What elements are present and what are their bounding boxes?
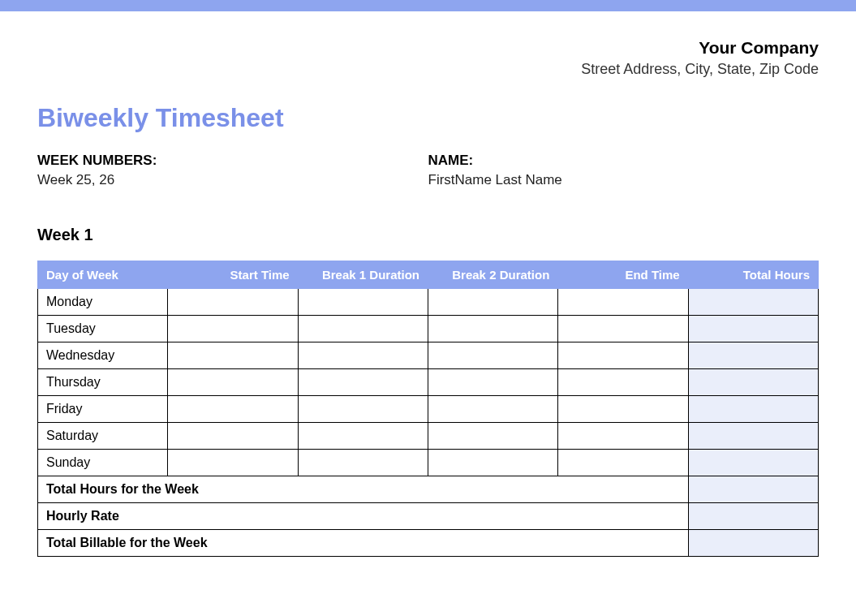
- cell-break2: [428, 449, 557, 476]
- company-address: Street Address, City, State, Zip Code: [37, 59, 819, 80]
- summary-total-hours-row: Total Hours for the Week: [38, 476, 819, 502]
- cell-day: Saturday: [38, 422, 168, 449]
- cell-day: Friday: [38, 395, 168, 422]
- week-heading: Week 1: [37, 226, 819, 244]
- cell-total: [688, 315, 818, 342]
- cell-day: Tuesday: [38, 315, 168, 342]
- header-break2: Break 2 Duration: [428, 261, 557, 288]
- cell-start: [168, 368, 298, 395]
- cell-break1: [298, 315, 428, 342]
- meta-row: WEEK NUMBERS: Week 25, 26 NAME: FirstNam…: [37, 153, 819, 188]
- company-block: Your Company Street Address, City, State…: [37, 36, 819, 80]
- header-total: Total Hours: [688, 261, 818, 288]
- name-value: FirstName Last Name: [428, 172, 819, 188]
- cell-end: [558, 288, 688, 315]
- cell-end: [558, 342, 688, 368]
- cell-break2: [428, 342, 557, 368]
- name-label: NAME:: [428, 153, 819, 169]
- summary-hourly-rate-row: Hourly Rate: [38, 502, 819, 529]
- cell-break2: [428, 395, 557, 422]
- cell-break1: [298, 368, 428, 395]
- summary-total-hours-label: Total Hours for the Week: [38, 476, 689, 502]
- table-row: Monday: [38, 288, 819, 315]
- meta-name: NAME: FirstName Last Name: [428, 153, 819, 188]
- summary-hourly-rate-label: Hourly Rate: [38, 502, 689, 529]
- header-start: Start Time: [168, 261, 298, 288]
- page-title: Biweekly Timesheet: [37, 103, 819, 133]
- summary-billable-label: Total Billable for the Week: [38, 529, 689, 556]
- cell-day: Monday: [38, 288, 168, 315]
- cell-break2: [428, 422, 557, 449]
- summary-billable-row: Total Billable for the Week: [38, 529, 819, 556]
- cell-start: [168, 449, 298, 476]
- timesheet-table: Day of Week Start Time Break 1 Duration …: [37, 261, 819, 557]
- table-row: Sunday: [38, 449, 819, 476]
- cell-total: [688, 422, 818, 449]
- week-numbers-label: WEEK NUMBERS:: [37, 153, 428, 169]
- week-numbers-value: Week 25, 26: [37, 172, 428, 188]
- table-row: Thursday: [38, 368, 819, 395]
- summary-total-hours-value: [688, 476, 818, 502]
- header-day: Day of Week: [38, 261, 168, 288]
- cell-start: [168, 395, 298, 422]
- cell-break2: [428, 368, 557, 395]
- cell-total: [688, 395, 818, 422]
- cell-break1: [298, 449, 428, 476]
- cell-day: Sunday: [38, 449, 168, 476]
- cell-break1: [298, 288, 428, 315]
- cell-start: [168, 422, 298, 449]
- cell-day: Thursday: [38, 368, 168, 395]
- table-row: Saturday: [38, 422, 819, 449]
- table-row: Friday: [38, 395, 819, 422]
- cell-end: [558, 368, 688, 395]
- cell-day: Wednesday: [38, 342, 168, 368]
- cell-total: [688, 288, 818, 315]
- summary-hourly-rate-value: [688, 502, 818, 529]
- table-row: Wednesday: [38, 342, 819, 368]
- cell-end: [558, 315, 688, 342]
- cell-total: [688, 342, 818, 368]
- summary-billable-value: [688, 529, 818, 556]
- cell-end: [558, 395, 688, 422]
- header-end: End Time: [558, 261, 688, 288]
- cell-start: [168, 315, 298, 342]
- cell-break1: [298, 342, 428, 368]
- table-row: Tuesday: [38, 315, 819, 342]
- cell-break2: [428, 288, 557, 315]
- cell-total: [688, 368, 818, 395]
- cell-break2: [428, 315, 557, 342]
- top-accent-bar: [0, 0, 856, 11]
- cell-start: [168, 342, 298, 368]
- header-break1: Break 1 Duration: [298, 261, 428, 288]
- company-name: Your Company: [37, 36, 819, 59]
- document-content: Your Company Street Address, City, State…: [0, 11, 856, 589]
- table-header-row: Day of Week Start Time Break 1 Duration …: [38, 261, 819, 288]
- cell-break1: [298, 422, 428, 449]
- cell-start: [168, 288, 298, 315]
- cell-total: [688, 449, 818, 476]
- meta-week-numbers: WEEK NUMBERS: Week 25, 26: [37, 153, 428, 188]
- cell-end: [558, 449, 688, 476]
- cell-end: [558, 422, 688, 449]
- cell-break1: [298, 395, 428, 422]
